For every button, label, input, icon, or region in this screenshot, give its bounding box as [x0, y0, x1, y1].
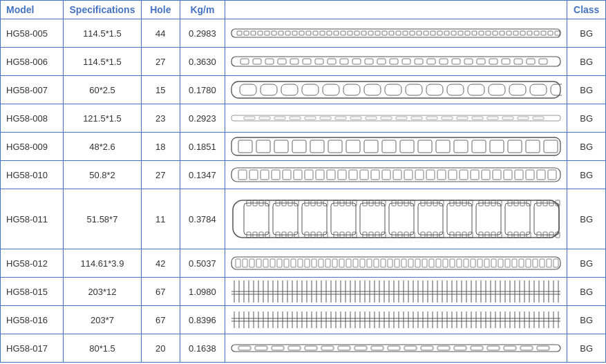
- svg-rect-65: [439, 59, 448, 64]
- svg-rect-120: [364, 140, 378, 153]
- cell-image: [225, 334, 567, 363]
- svg-rect-263: [243, 259, 247, 267]
- cell-hole: 23: [142, 104, 180, 133]
- cell-class: BG: [567, 189, 606, 249]
- svg-rect-108: [487, 117, 498, 119]
- svg-rect-464: [471, 346, 483, 350]
- cell-kg: 0.3784: [180, 189, 225, 249]
- header-kgm: Kg/m: [180, 1, 225, 19]
- svg-rect-59: [365, 59, 373, 64]
- svg-rect-289: [422, 259, 427, 267]
- svg-rect-453: [288, 346, 301, 350]
- svg-rect-284: [388, 259, 392, 267]
- svg-rect-52: [278, 59, 286, 64]
- svg-rect-287: [408, 259, 413, 267]
- svg-rect-58: [352, 59, 361, 64]
- svg-rect-288: [415, 259, 420, 267]
- svg-rect-44: [534, 31, 539, 35]
- svg-rect-104: [426, 117, 437, 119]
- cell-model: HG58-017: [1, 334, 64, 363]
- svg-rect-451: [255, 346, 267, 350]
- cell-class: BG: [567, 133, 606, 161]
- svg-rect-157: [515, 170, 523, 180]
- svg-rect-277: [339, 259, 344, 267]
- svg-rect-68: [477, 59, 485, 64]
- svg-rect-127: [490, 140, 504, 153]
- svg-rect-40: [506, 31, 511, 35]
- svg-rect-93: [259, 117, 270, 119]
- header-image: [225, 1, 567, 19]
- svg-rect-459: [388, 346, 400, 350]
- svg-rect-106: [457, 117, 468, 119]
- svg-rect-139: [316, 170, 324, 180]
- svg-rect-266: [263, 259, 268, 267]
- svg-rect-56: [328, 59, 336, 64]
- svg-rect-160: [548, 170, 556, 180]
- cell-spec: 114.5*1.5: [63, 48, 141, 76]
- svg-rect-294: [457, 259, 462, 267]
- svg-rect-297: [477, 259, 482, 267]
- svg-rect-136: [283, 170, 291, 180]
- svg-rect-53: [290, 59, 299, 64]
- svg-rect-456: [338, 346, 350, 350]
- svg-rect-92: [244, 117, 255, 119]
- svg-rect-63: [415, 59, 423, 64]
- svg-rect-264: [249, 259, 254, 267]
- cell-kg: 0.1347: [180, 161, 225, 189]
- cell-model: HG58-007: [1, 76, 64, 104]
- svg-rect-96: [305, 117, 316, 119]
- cell-kg: 1.0980: [180, 278, 225, 306]
- svg-rect-95: [290, 117, 301, 119]
- cell-class: BG: [567, 334, 606, 363]
- svg-rect-122: [400, 140, 414, 153]
- cell-image: [225, 278, 567, 306]
- svg-rect-146: [393, 170, 401, 180]
- svg-rect-130: [544, 140, 558, 153]
- svg-rect-216: [418, 203, 443, 235]
- svg-rect-87: [489, 84, 505, 95]
- svg-rect-107: [472, 117, 483, 119]
- svg-rect-129: [526, 140, 540, 153]
- svg-rect-278: [346, 259, 351, 267]
- header-spec: Specifications: [63, 1, 141, 19]
- cell-class: BG: [567, 278, 606, 306]
- svg-rect-466: [504, 346, 516, 350]
- cell-hole: 15: [142, 76, 180, 104]
- svg-rect-8: [285, 31, 290, 35]
- svg-rect-290: [429, 259, 434, 267]
- svg-rect-35: [472, 31, 477, 35]
- svg-rect-295: [464, 259, 468, 267]
- cell-image: [225, 19, 567, 48]
- svg-rect-291: [436, 259, 441, 267]
- cell-class: BG: [567, 306, 606, 334]
- svg-rect-465: [487, 346, 500, 350]
- svg-rect-180: [302, 203, 327, 235]
- svg-rect-60: [377, 59, 386, 64]
- svg-rect-37: [486, 31, 491, 35]
- svg-rect-279: [353, 259, 358, 267]
- svg-rect-47: [555, 31, 560, 35]
- svg-rect-450: [238, 346, 251, 350]
- cell-class: BG: [567, 104, 606, 133]
- svg-rect-301: [505, 259, 510, 267]
- svg-rect-82: [385, 84, 401, 95]
- svg-rect-458: [371, 346, 384, 350]
- svg-rect-302: [512, 259, 517, 267]
- svg-rect-293: [450, 259, 455, 267]
- svg-rect-42: [520, 31, 525, 35]
- svg-rect-455: [321, 346, 334, 350]
- svg-rect-111: [533, 117, 544, 119]
- svg-rect-144: [371, 170, 379, 180]
- svg-rect-27: [417, 31, 422, 35]
- svg-rect-124: [436, 140, 450, 153]
- cell-hole: 44: [142, 19, 180, 48]
- svg-rect-452: [272, 346, 284, 350]
- svg-rect-98: [335, 117, 346, 119]
- svg-rect-103: [411, 117, 422, 119]
- svg-rect-30: [437, 31, 442, 35]
- cell-spec: 203*7: [63, 306, 141, 334]
- svg-rect-118: [328, 140, 342, 153]
- svg-rect-21: [375, 31, 380, 35]
- cell-model: HG58-011: [1, 189, 64, 249]
- svg-rect-69: [489, 59, 498, 64]
